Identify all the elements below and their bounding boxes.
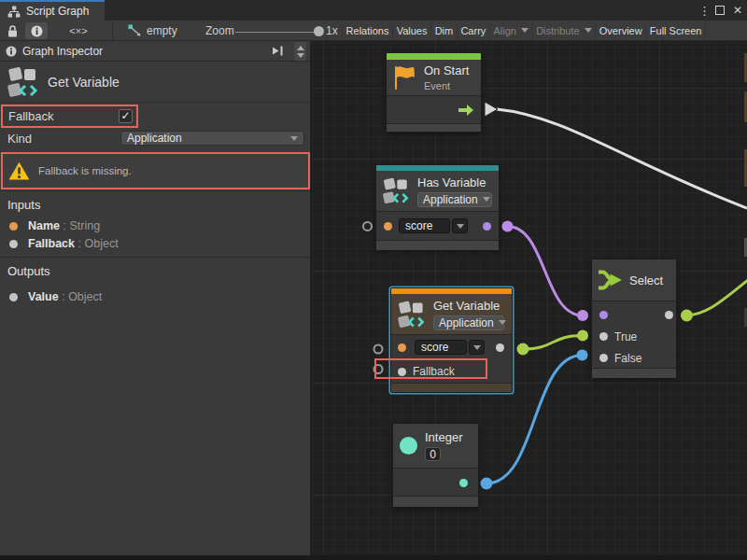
toolbar-button-overview[interactable]: Overview <box>595 21 645 40</box>
scroll-down-icon[interactable] <box>297 53 304 58</box>
graph-canvas[interactable]: On Start Event Has Variable <box>312 41 747 560</box>
info-icon <box>6 46 17 57</box>
graph-reference[interactable]: empty <box>128 22 177 39</box>
node-title: On Start <box>424 63 469 77</box>
object-port-icon[interactable] <box>496 343 504 352</box>
node-integer[interactable]: Integer 0 <box>392 423 479 507</box>
kind-dropdown[interactable]: Application <box>120 131 304 146</box>
dock-panel-icon[interactable] <box>272 46 284 56</box>
variables-icon <box>397 300 427 329</box>
window-close-icon[interactable]: ✕ <box>732 4 743 17</box>
values-toggle-button[interactable]: <×> <box>65 22 92 39</box>
inputs-heading: Inputs <box>7 198 40 212</box>
variables-icon <box>7 65 40 99</box>
toolbar-button-carry[interactable]: Carry <box>457 21 489 40</box>
lock-icon[interactable] <box>7 22 18 39</box>
unit-title: Get Variable <box>48 75 120 90</box>
integer-value-input[interactable]: 0 <box>425 447 441 461</box>
kind-field: Kind Application <box>0 131 310 146</box>
toolbar-button-values[interactable]: Values <box>392 21 430 40</box>
select-icon <box>598 269 623 291</box>
variable-name-input[interactable]: score <box>399 218 450 233</box>
chevron-down-icon <box>290 136 298 141</box>
object-port-icon[interactable] <box>599 332 608 341</box>
inspector-empty-area <box>0 312 310 555</box>
kind-dropdown[interactable]: Application <box>417 192 492 207</box>
scroll-up-icon[interactable] <box>297 46 304 50</box>
zoom-label: Zoom <box>205 24 234 37</box>
port-row-name: Name : String <box>0 217 310 234</box>
node-title: Get Variable <box>433 299 504 313</box>
bool-port-icon[interactable] <box>483 222 491 231</box>
toolbar-separator <box>112 22 113 39</box>
chevron-down-icon <box>585 28 592 33</box>
port-row-value: Value : Object <box>0 288 310 305</box>
variable-name-input[interactable]: score <box>415 340 467 355</box>
panel-scroll-buttons[interactable] <box>294 42 306 61</box>
number-port-icon[interactable] <box>459 479 468 487</box>
chevron-down-icon <box>499 320 506 325</box>
true-port-label: True <box>614 330 637 343</box>
inspector-title: Graph Inspector <box>22 45 266 58</box>
variable-name-dropdown[interactable] <box>469 340 485 355</box>
node-title: Has Variable <box>417 175 492 189</box>
window-bottom-border <box>0 555 747 560</box>
graph-pointer-icon <box>128 24 142 37</box>
node-title: Select <box>629 273 663 287</box>
event-strip <box>387 53 481 60</box>
divider <box>0 257 310 258</box>
variables-icon <box>382 176 411 205</box>
toolbar-button-distribute[interactable]: Distribute <box>532 21 596 40</box>
outputs-heading: Outputs <box>7 264 50 278</box>
inspector-toggle-button[interactable] <box>25 22 48 39</box>
flow-arrow-icon <box>458 104 474 117</box>
tab-script-graph[interactable]: Script Graph <box>0 0 105 21</box>
toolbar-button-relations[interactable]: Relations <box>342 21 392 40</box>
warning-box: Fallback is missing. <box>1 152 310 189</box>
graph-reference-label: empty <box>147 24 177 37</box>
false-port-label: False <box>614 352 641 365</box>
toolbar-button-dim[interactable]: Dim <box>430 21 457 40</box>
object-port-icon <box>9 293 18 301</box>
chevron-down-icon <box>457 224 464 229</box>
node-title: Integer <box>425 430 462 444</box>
bool-port-icon[interactable] <box>599 311 608 319</box>
variable-name-dropdown[interactable] <box>452 218 468 233</box>
fallback-field-label: Fallback <box>3 109 119 123</box>
window-menu-icon[interactable]: ⋮ <box>698 4 708 18</box>
node-subtitle: Event <box>424 80 469 91</box>
string-port-icon[interactable] <box>398 343 406 352</box>
string-port-icon[interactable] <box>384 222 392 231</box>
node-on-start[interactable]: On Start Event <box>386 52 482 133</box>
toolbar-button-align[interactable]: Align <box>489 21 532 40</box>
zoom-slider-handle[interactable] <box>314 26 324 36</box>
object-port-icon <box>9 240 18 248</box>
chevron-down-icon <box>521 28 529 33</box>
object-port-icon[interactable] <box>599 354 608 362</box>
object-port-icon[interactable] <box>665 311 673 319</box>
unit-header: Get Variable <box>0 62 310 103</box>
tab-bar: Script Graph ⋮ ✕ <box>0 0 747 21</box>
fallback-checkbox[interactable]: ✓ <box>119 109 133 123</box>
fallback-field-highlight: Fallback ✓ <box>1 105 138 128</box>
graph-inspector-panel: Graph Inspector Get Variable Fallback ✓ … <box>0 41 311 560</box>
kind-dropdown[interactable]: Application <box>433 315 504 330</box>
node-select[interactable]: Select True False <box>591 259 677 378</box>
fallback-port-highlight <box>374 358 487 379</box>
toolbar-button-fullscreen[interactable]: Full Screen <box>645 21 706 40</box>
flag-icon <box>392 64 417 91</box>
graph-toolbar: <×> empty Zoom 1x Relations Values Dim C… <box>0 21 747 41</box>
chevron-down-icon <box>483 197 490 202</box>
integer-icon <box>399 436 418 455</box>
zoom-slider-track[interactable] <box>235 32 316 33</box>
string-port-icon <box>9 222 18 231</box>
divider <box>0 190 310 191</box>
kind-field-label: Kind <box>0 132 120 146</box>
node-has-variable[interactable]: Has Variable Application score <box>375 164 500 249</box>
graph-icon <box>7 6 21 18</box>
port-row-fallback: Fallback : Object <box>0 235 310 252</box>
zoom-value: 1x <box>326 24 338 37</box>
warning-text: Fallback is missing. <box>38 165 132 176</box>
window-maximize-icon[interactable] <box>715 6 725 15</box>
chevron-down-icon <box>473 345 481 350</box>
